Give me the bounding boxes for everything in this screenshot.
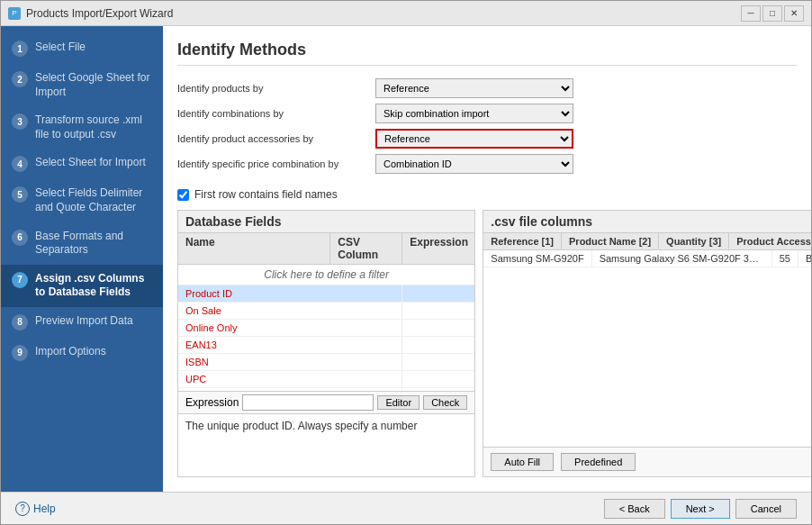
db-cell-name-0: Product ID bbox=[178, 285, 330, 302]
db-cell-expr-3 bbox=[402, 337, 474, 353]
csv-data-row-0: Samsung SM-G920F Samsung Galaxy S6 SM-G9… bbox=[483, 250, 811, 267]
footer: ? Help < Back Next > Cancel bbox=[1, 492, 811, 524]
db-cell-csv-0 bbox=[330, 285, 402, 302]
minimize-button[interactable]: ─ bbox=[741, 5, 761, 22]
db-cell-csv-3 bbox=[330, 337, 402, 353]
close-button[interactable]: ✕ bbox=[784, 5, 804, 22]
identify-row-3: Identify product accessories by Referenc… bbox=[177, 129, 797, 149]
section-title: Identify Methods bbox=[177, 41, 797, 66]
sidebar-item-3[interactable]: 3 Transform source .xml file to output .… bbox=[1, 106, 163, 149]
db-cell-csv-1 bbox=[330, 303, 402, 319]
db-col-name: Name bbox=[178, 233, 330, 264]
db-cell-expr-5 bbox=[402, 371, 474, 387]
cancel-button[interactable]: Cancel bbox=[735, 499, 797, 519]
db-row-isbn[interactable]: ISBN bbox=[178, 354, 474, 371]
window-title: Products Import/Export Wizard bbox=[26, 7, 173, 20]
identify-accessories-select[interactable]: Reference ID bbox=[375, 129, 573, 149]
identify-products-select[interactable]: Reference ID bbox=[375, 78, 573, 98]
db-row-online-only[interactable]: Online Only bbox=[178, 320, 474, 337]
db-cell-csv-4 bbox=[330, 354, 402, 370]
db-cell-name-5: UPC bbox=[178, 371, 330, 387]
sidebar-item-2[interactable]: 2 Select Google Sheet for Import bbox=[1, 64, 163, 106]
csv-header-3: Product Accessories bbox=[729, 233, 811, 249]
db-row-on-sale[interactable]: On Sale bbox=[178, 303, 474, 320]
csv-action-left: Auto Fill Predefined bbox=[491, 453, 636, 471]
db-cell-csv-5 bbox=[330, 371, 402, 387]
help-link[interactable]: ? Help bbox=[15, 502, 56, 516]
identify-label-2: Identify combinations by bbox=[177, 108, 375, 119]
csv-spacer bbox=[483, 267, 811, 447]
sidebar-item-9[interactable]: 9 Import Options bbox=[1, 338, 163, 368]
sidebar-item-4[interactable]: 4 Select Sheet for Import bbox=[1, 149, 163, 179]
sidebar-item-5[interactable]: 5 Select Fields Delimiter and Quote Char… bbox=[1, 179, 163, 222]
sidebar-item-1[interactable]: 1 Select File bbox=[1, 33, 163, 64]
identify-select-wrapper-4: Combination ID Reference bbox=[375, 154, 573, 174]
csv-actions: Auto Fill Predefined Clear bbox=[483, 447, 811, 476]
csv-cell-name-0: Samsung Galaxy S6 SM-G920F 32GB bbox=[592, 250, 772, 267]
title-bar: P Products Import/Export Wizard ─ □ ✕ bbox=[1, 1, 811, 26]
content-area: Identify Methods Identify products by Re… bbox=[163, 26, 811, 492]
csv-panel-title: .csv file columns bbox=[483, 211, 811, 233]
next-button[interactable]: Next > bbox=[671, 499, 730, 519]
footer-nav: < Back Next > Cancel bbox=[604, 499, 797, 519]
sidebar-item-8[interactable]: 8 Preview Import Data bbox=[1, 307, 163, 338]
help-label: Help bbox=[33, 502, 56, 515]
description-box: The unique product ID. Always specify a … bbox=[178, 413, 474, 476]
db-fields-panel: Database Fields Name CSV Column Expressi… bbox=[177, 210, 475, 477]
title-bar-left: P Products Import/Export Wizard bbox=[8, 7, 173, 20]
identify-combinations-select[interactable]: Skip combination import Reference bbox=[375, 104, 573, 123]
identify-select-wrapper-2: Skip combination import Reference bbox=[375, 104, 573, 123]
identify-row-1: Identify products by Reference ID bbox=[177, 78, 797, 98]
db-col-expr: Expression bbox=[402, 233, 474, 264]
db-cell-expr-2 bbox=[402, 320, 474, 336]
expression-row: Expression Editor Check bbox=[178, 391, 474, 413]
identify-label-3: Identify product accessories by bbox=[177, 133, 375, 144]
sidebar: 1 Select File 2 Select Google Sheet for … bbox=[1, 26, 163, 492]
identify-label-4: Identify specific price combination by bbox=[177, 158, 375, 169]
db-cell-expr-4 bbox=[402, 354, 474, 370]
back-button[interactable]: < Back bbox=[604, 499, 665, 519]
expression-input[interactable] bbox=[242, 394, 374, 411]
csv-panel: .csv file columns Reference [1] Product … bbox=[483, 210, 811, 477]
sidebar-item-7[interactable]: 7 Assign .csv Columns to Database Fields bbox=[1, 265, 163, 307]
db-panel-header: Name CSV Column Expression bbox=[178, 233, 474, 265]
sidebar-item-6[interactable]: 6 Base Formats and Separators bbox=[1, 222, 163, 265]
db-cell-expr-1 bbox=[402, 303, 474, 319]
filter-row[interactable]: Click here to define a filter bbox=[178, 265, 474, 285]
csv-header-row: Reference [1] Product Name [2] Quantity … bbox=[483, 233, 811, 250]
first-row-checkbox[interactable] bbox=[177, 189, 189, 201]
wizard-window: P Products Import/Export Wizard ─ □ ✕ 1 … bbox=[0, 0, 812, 525]
maximize-button[interactable]: □ bbox=[762, 5, 782, 22]
db-cell-name-1: On Sale bbox=[178, 303, 330, 319]
main-content: 1 Select File 2 Select Google Sheet for … bbox=[1, 26, 811, 492]
db-cell-name-3: EAN13 bbox=[178, 337, 330, 353]
help-icon: ? bbox=[15, 502, 30, 516]
csv-header-0: Reference [1] bbox=[483, 233, 562, 249]
identify-label-1: Identify products by bbox=[177, 83, 375, 94]
db-cell-csv-2 bbox=[330, 320, 402, 336]
identify-select-wrapper-3: Reference ID bbox=[375, 129, 573, 149]
identify-row-2: Identify combinations by Skip combinatio… bbox=[177, 104, 797, 123]
predefined-button[interactable]: Predefined bbox=[561, 453, 636, 471]
db-row-product-id[interactable]: Product ID bbox=[178, 285, 474, 303]
first-row-label: First row contains field names bbox=[194, 188, 338, 201]
expression-label: Expression bbox=[185, 396, 239, 409]
app-icon: P bbox=[8, 7, 21, 20]
editor-button[interactable]: Editor bbox=[377, 395, 420, 410]
identify-price-select[interactable]: Combination ID Reference bbox=[375, 154, 573, 174]
db-row-ean13[interactable]: EAN13 bbox=[178, 337, 474, 354]
csv-cell-qty-0: 55 bbox=[772, 250, 798, 267]
db-list: Product ID On Sale Online Only bbox=[178, 285, 474, 391]
csv-cell-acc-0: B00TSF3LTK;Earbuds_ bbox=[798, 250, 811, 267]
db-row-upc[interactable]: UPC bbox=[178, 371, 474, 388]
check-button[interactable]: Check bbox=[423, 395, 467, 410]
panels-row: Database Fields Name CSV Column Expressi… bbox=[177, 210, 797, 477]
title-bar-controls: ─ □ ✕ bbox=[741, 5, 804, 22]
auto-fill-button[interactable]: Auto Fill bbox=[491, 453, 554, 471]
csv-header-1: Product Name [2] bbox=[562, 233, 659, 249]
identify-row-4: Identify specific price combination by C… bbox=[177, 154, 797, 174]
db-fields-title: Database Fields bbox=[178, 211, 474, 233]
db-cell-name-2: Online Only bbox=[178, 320, 330, 336]
identify-section: Identify products by Reference ID Identi… bbox=[177, 78, 797, 179]
identify-select-wrapper-1: Reference ID bbox=[375, 78, 573, 98]
